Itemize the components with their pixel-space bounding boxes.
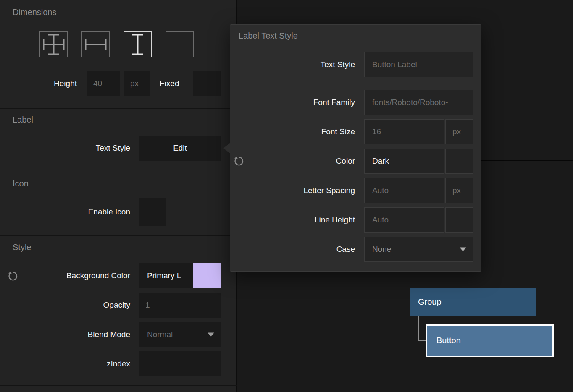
reset-icon	[234, 156, 244, 167]
section-title-icon: Icon	[13, 179, 29, 188]
height-label: Height	[25, 71, 77, 96]
line-height-label: Line Height	[315, 207, 355, 233]
chevron-down-icon	[460, 248, 466, 251]
size-none-icon	[166, 32, 193, 57]
letter-spacing-input[interactable]	[364, 178, 444, 203]
font-size-label: Font Size	[321, 119, 355, 144]
blend-mode-select[interactable]: Normal	[139, 322, 221, 347]
button-node[interactable]: Button	[426, 324, 554, 357]
background-color-swatch[interactable]	[193, 263, 221, 288]
popover-text-style-label: Text Style	[321, 52, 355, 77]
app-root: Group Button Dimensions	[0, 0, 573, 392]
blend-mode-label: Blend Mode	[25, 322, 130, 347]
blend-mode-value: Normal	[147, 330, 173, 339]
divider	[0, 172, 237, 172]
font-family-input[interactable]	[364, 90, 473, 115]
size-height-icon	[124, 32, 151, 57]
style-reset-button[interactable]	[8, 270, 19, 282]
section-title-dimensions: Dimensions	[13, 8, 56, 17]
height-input[interactable]	[87, 71, 120, 96]
reset-icon	[8, 271, 18, 282]
font-family-label: Font Family	[313, 90, 355, 115]
opacity-label: Opacity	[25, 293, 130, 318]
case-label: Case	[336, 237, 355, 262]
divider	[0, 3, 237, 3]
background-color-value-button[interactable]: Primary L	[139, 263, 193, 288]
color-reset-button[interactable]	[234, 155, 245, 167]
text-style-edit-button[interactable]: Edit	[139, 136, 221, 161]
text-style-label: Text Style	[25, 136, 130, 161]
tree-connector-line	[418, 316, 419, 341]
label-text-style-popover: Label Text Style Text Style Font Family …	[230, 24, 481, 272]
color-label: Color	[336, 149, 355, 174]
size-width-icon	[82, 32, 109, 57]
group-node[interactable]: Group	[410, 288, 536, 316]
height-unit-label: px	[124, 71, 150, 96]
background-color-label: Background Color	[25, 263, 130, 288]
letter-spacing-label: Letter Spacing	[303, 178, 355, 203]
divider	[0, 108, 237, 109]
sizing-mode-both-button[interactable]	[39, 31, 68, 57]
case-value: None	[372, 245, 391, 253]
size-both-axes-icon	[40, 32, 67, 57]
divider	[0, 385, 237, 386]
enable-icon-label: Enable Icon	[25, 198, 130, 226]
tree-connector-line	[418, 340, 426, 341]
inspector-panel: Dimensions	[0, 0, 237, 392]
popover-caret	[223, 143, 230, 154]
color-input[interactable]	[364, 149, 444, 174]
text-style-input[interactable]	[364, 52, 473, 77]
enable-icon-checkbox[interactable]	[139, 198, 166, 226]
fixed-checkbox[interactable]	[193, 71, 221, 96]
artboard-edge	[481, 160, 573, 161]
case-select[interactable]: None	[364, 237, 473, 262]
sizing-mode-width-button[interactable]	[81, 31, 110, 57]
fixed-label: Fixed	[160, 71, 179, 96]
divider	[0, 235, 237, 236]
line-height-unit-box[interactable]	[445, 207, 473, 233]
zindex-label: zIndex	[25, 351, 130, 376]
opacity-input[interactable]	[139, 293, 221, 318]
zindex-input[interactable]	[139, 351, 221, 376]
chevron-down-icon	[208, 333, 214, 337]
line-height-input[interactable]	[364, 207, 444, 233]
font-size-input[interactable]	[364, 119, 444, 144]
sizing-mode-none-button[interactable]	[166, 31, 194, 57]
font-size-unit-label: px	[445, 119, 473, 144]
popover-title: Label Text Style	[239, 31, 298, 41]
section-title-style: Style	[13, 243, 31, 252]
letter-spacing-unit-label: px	[445, 178, 473, 203]
section-title-label: Label	[13, 115, 33, 125]
sizing-mode-height-button[interactable]	[124, 31, 152, 57]
color-unit-box[interactable]	[445, 149, 473, 174]
